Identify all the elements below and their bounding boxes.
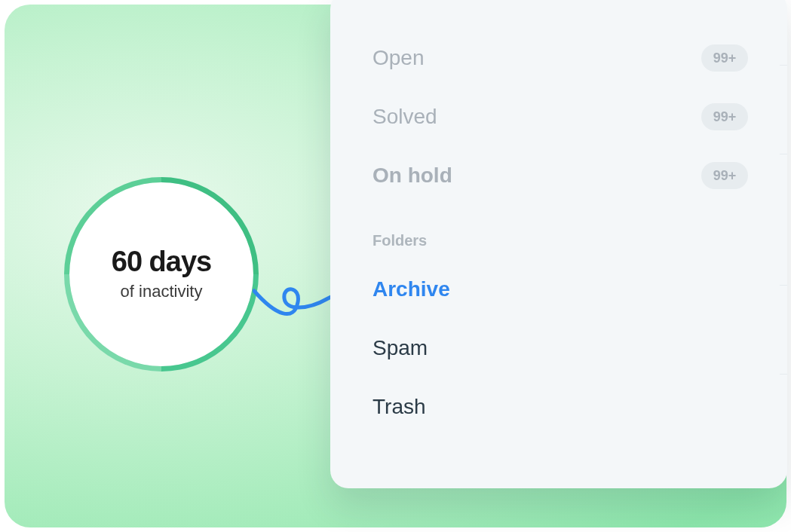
status-label: On hold [373, 164, 452, 188]
folder-archive[interactable]: Archive [373, 260, 748, 319]
folders-section-title: Folders [373, 232, 748, 249]
status-on-hold[interactable]: On hold 99+ [373, 146, 748, 205]
count-badge: 99+ [701, 162, 748, 189]
inactivity-callout-circle: 60 days of inactivity [64, 177, 259, 371]
status-solved[interactable]: Solved 99+ [373, 87, 748, 146]
folder-trash[interactable]: Trash [373, 378, 748, 436]
count-badge: 99+ [701, 103, 748, 130]
panel-right-edge-marks [780, 0, 787, 473]
inactivity-callout-content: 60 days of inactivity [64, 177, 259, 371]
inactivity-headline: 60 days [112, 247, 211, 277]
folder-label: Spam [373, 336, 428, 360]
folder-spam[interactable]: Spam [373, 319, 748, 378]
status-list: Open 99+ Solved 99+ On hold 99+ [373, 29, 748, 205]
status-label: Open [373, 46, 425, 70]
stage: 60 days of inactivity Open 99+ Solved 99… [0, 0, 791, 532]
sidebar-panel: Open 99+ Solved 99+ On hold 99+ Folders … [330, 0, 787, 488]
status-label: Solved [373, 105, 437, 129]
folder-label: Archive [373, 277, 450, 301]
inactivity-subline: of inactivity [121, 282, 203, 301]
folder-list: Archive Spam Trash [373, 260, 748, 436]
folder-label: Trash [373, 395, 426, 419]
status-open[interactable]: Open 99+ [373, 29, 748, 87]
count-badge: 99+ [701, 44, 748, 72]
